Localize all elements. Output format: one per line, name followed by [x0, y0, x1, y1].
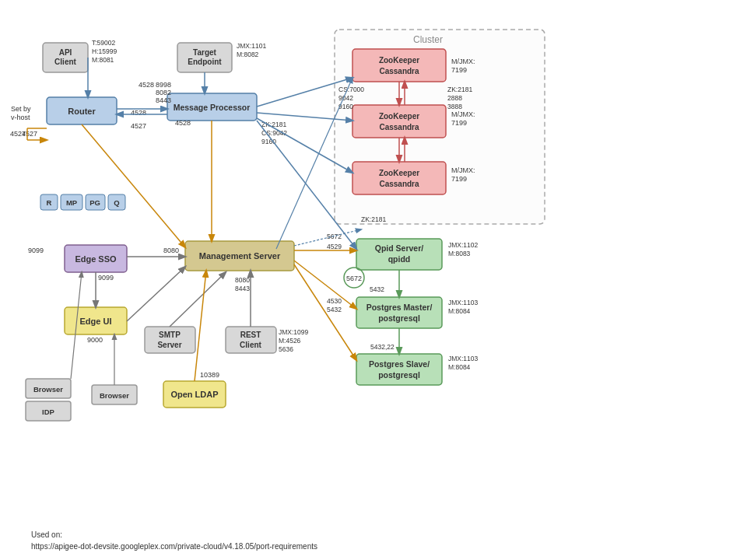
svg-text:R: R: [47, 198, 52, 207]
svg-text:4527: 4527: [131, 122, 146, 130]
svg-text:7199: 7199: [451, 119, 467, 127]
svg-text:JMX:1103: JMX:1103: [448, 299, 479, 306]
svg-text:5432,22: 5432,22: [370, 343, 395, 351]
svg-text:2888: 2888: [447, 94, 462, 102]
svg-text:MP: MP: [66, 198, 78, 207]
svg-text:IDP: IDP: [42, 408, 55, 416]
svg-text:7199: 7199: [451, 66, 467, 74]
svg-text:Q: Q: [114, 198, 119, 207]
svg-text:postgresql: postgresql: [378, 313, 420, 323]
svg-text:8443: 8443: [235, 285, 250, 292]
svg-text:8998: 8998: [156, 81, 171, 89]
svg-text:M:8082: M:8082: [237, 51, 259, 58]
svg-text:4527: 4527: [22, 130, 37, 138]
svg-text:4530: 4530: [327, 297, 342, 305]
svg-text:SMTP: SMTP: [159, 331, 181, 339]
svg-text:3888: 3888: [447, 103, 462, 110]
svg-text:T:59002: T:59002: [92, 39, 116, 47]
svg-text:Cassandra: Cassandra: [379, 180, 419, 188]
svg-text:5672: 5672: [346, 275, 362, 282]
svg-text:5432: 5432: [370, 285, 384, 293]
footer-line2: https://apigee-dot-devsite.googleplex.co…: [31, 541, 317, 552]
svg-line-123: [82, 124, 185, 247]
svg-text:ZK:2181: ZK:2181: [361, 215, 386, 223]
zk-cassandra2-box: [352, 105, 446, 138]
svg-text:Edge SSO: Edge SSO: [75, 254, 117, 264]
svg-text:9000: 9000: [87, 336, 103, 344]
svg-text:4528: 4528: [139, 81, 154, 89]
svg-text:qpidd: qpidd: [388, 254, 411, 264]
svg-text:Cassandra: Cassandra: [379, 67, 419, 75]
svg-text:4528: 4528: [175, 119, 191, 127]
svg-line-119: [195, 271, 206, 381]
svg-text:Qpid Server/: Qpid Server/: [375, 243, 424, 253]
svg-text:8082: 8082: [156, 89, 171, 96]
postgres-slave-box: [356, 354, 442, 385]
svg-text:M/JMX:: M/JMX:: [451, 166, 475, 174]
svg-text:M:4526: M:4526: [279, 337, 301, 345]
diagram-svg: Cluster ZooKeeper Cassandra ZooKeeper Ca…: [0, 0, 747, 513]
svg-text:Client: Client: [54, 58, 76, 66]
svg-text:8080: 8080: [163, 247, 179, 254]
svg-text:ZooKeeper: ZooKeeper: [379, 112, 419, 121]
svg-text:4529: 4529: [327, 243, 342, 250]
svg-text:REST: REST: [240, 331, 261, 339]
svg-text:Postgres Slave/: Postgres Slave/: [369, 359, 430, 369]
svg-text:9099: 9099: [98, 274, 114, 282]
svg-text:CS:7000: CS:7000: [338, 86, 364, 93]
svg-text:ZooKeeper: ZooKeeper: [379, 169, 419, 177]
svg-text:M/JMX:: M/JMX:: [451, 58, 475, 65]
svg-line-115: [127, 267, 185, 321]
svg-line-117: [170, 272, 226, 327]
svg-text:8080: 8080: [235, 276, 250, 284]
zk-cassandra1-box: [352, 49, 446, 82]
svg-text:API: API: [59, 48, 72, 57]
svg-text:ZK:2181: ZK:2181: [447, 86, 472, 93]
svg-text:Target: Target: [193, 48, 216, 57]
svg-text:ZooKeeper: ZooKeeper: [379, 56, 419, 65]
svg-text:JMX:1103: JMX:1103: [448, 355, 479, 362]
zk-cassandra3-box: [352, 162, 446, 194]
svg-text:Open LDAP: Open LDAP: [170, 390, 218, 399]
svg-text:M:8083: M:8083: [448, 250, 471, 257]
svg-text:Postgres Master/: Postgres Master/: [366, 303, 433, 312]
svg-text:Message Processor: Message Processor: [174, 103, 251, 112]
svg-text:JMX:1102: JMX:1102: [448, 241, 479, 249]
svg-text:Endpoint: Endpoint: [188, 58, 222, 66]
svg-text:Set by: Set by: [11, 105, 31, 113]
footer-line1: Used on:: [31, 529, 317, 541]
svg-text:M/JMX:: M/JMX:: [451, 110, 475, 118]
svg-text:JMX:1101: JMX:1101: [237, 42, 267, 50]
svg-text:5636: 5636: [279, 345, 293, 353]
svg-text:Management Server: Management Server: [199, 251, 281, 261]
svg-text:8443: 8443: [156, 96, 171, 104]
svg-text:Client: Client: [240, 341, 261, 349]
svg-text:H:15999: H:15999: [92, 47, 117, 55]
svg-text:M:8084: M:8084: [448, 307, 471, 315]
svg-text:PG: PG: [89, 198, 100, 207]
svg-text:Cassandra: Cassandra: [379, 123, 419, 131]
svg-text:JMX:1099: JMX:1099: [279, 328, 309, 336]
svg-text:M:8084: M:8084: [448, 363, 471, 371]
svg-text:9160: 9160: [261, 138, 276, 145]
svg-text:M:8081: M:8081: [92, 56, 114, 64]
svg-text:ZK:2181: ZK:2181: [261, 121, 286, 128]
svg-text:5432: 5432: [327, 306, 342, 313]
svg-text:9042: 9042: [338, 94, 353, 102]
svg-text:Edge UI: Edge UI: [80, 317, 112, 326]
footer: Used on: https://apigee-dot-devsite.goog…: [31, 529, 317, 552]
svg-text:postgresql: postgresql: [378, 370, 420, 380]
svg-text:4528: 4528: [131, 109, 146, 117]
svg-text:9099: 9099: [28, 247, 44, 254]
svg-text:Router: Router: [68, 107, 96, 116]
postgres-master-box: [356, 297, 442, 328]
svg-text:Browser: Browser: [33, 385, 63, 394]
diagram-container: Cluster ZooKeeper Cassandra ZooKeeper Ca…: [0, 0, 747, 513]
cluster-label: Cluster: [413, 34, 443, 45]
svg-text:Server: Server: [157, 341, 181, 349]
svg-text:Browser: Browser: [100, 391, 129, 400]
svg-text:10389: 10389: [200, 371, 219, 379]
svg-text:7199: 7199: [451, 175, 467, 183]
svg-text:v-host: v-host: [11, 114, 30, 121]
